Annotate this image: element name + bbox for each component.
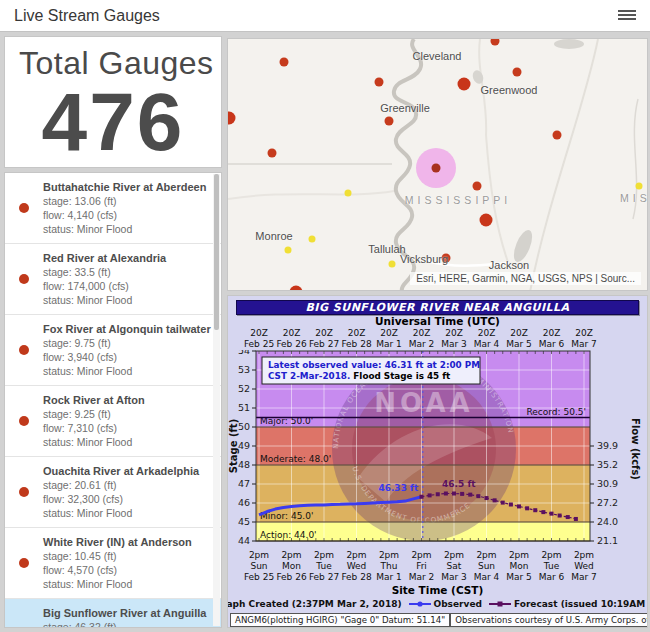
bottom-axis-dates: Feb 25Feb 26Feb 27Feb 28Mar 1Mar 2Mar 3M… (228, 572, 647, 583)
svg-text:44: 44 (238, 535, 250, 546)
gauge-status-dot (5, 393, 43, 449)
map-gauge-dot[interactable] (389, 261, 396, 268)
svg-text:27.2: 27.2 (597, 497, 618, 508)
map-attribution: Esri, HERE, Garmin, NGA, USGS, NPS | Sou… (410, 272, 641, 285)
gauge-name: Red River at Alexandria (43, 251, 166, 265)
gauge-status-dot (5, 606, 43, 628)
gauge-list-item[interactable]: Big Sunflower River at Anguilla stage: 4… (5, 599, 221, 628)
app-header: Live Stream Gauges (0, 0, 650, 32)
svg-text:21.1: 21.1 (597, 535, 618, 546)
map-gauge-dot[interactable] (280, 58, 289, 67)
map-gauge-dot[interactable] (268, 149, 277, 158)
gauge-name: Ouachita River at Arkadelphia (43, 464, 199, 478)
chart-legend: Graph Created (2:37PM Mar 2, 2018)Observ… (228, 597, 647, 610)
svg-text:51: 51 (238, 402, 250, 413)
gauge-name: Rock River at Afton (43, 393, 145, 407)
map-state-label: MISSISSIPPI (405, 194, 511, 206)
hydrograph-title: BIG SUNFLOWER RIVER NEAR ANGUILLA (237, 301, 638, 315)
gauge-name: Fox River at Algonquin tailwater (43, 322, 211, 336)
gauge-status-dot (5, 251, 43, 307)
svg-text:54: 54 (238, 350, 250, 356)
gauge-list-item[interactable]: Fox River at Algonquin tailwater stage: … (5, 315, 221, 386)
gauge-status: status: Minor Flood (43, 293, 166, 307)
svg-text:35.2: 35.2 (597, 459, 618, 470)
svg-text:CST 2-Mar-2018. Flood Stage is: CST 2-Mar-2018. Flood Stage is 45 ft (268, 371, 450, 381)
record-label: Record: 50.5' (526, 407, 586, 417)
map-panel[interactable]: ClevelandGreenwoodGreenvilleMonroeTallul… (227, 38, 648, 291)
svg-text:48: 48 (238, 459, 250, 470)
map-gauge-dot[interactable] (309, 236, 316, 243)
gauge-status-dot (5, 180, 43, 236)
gauge-list-item[interactable]: Ouachita River at Arkadelphia stage: 20.… (5, 457, 221, 528)
gauge-status-dot (5, 535, 43, 591)
map-gauge-dot[interactable] (473, 182, 482, 191)
map-gauge-dot[interactable] (385, 117, 394, 126)
map-gauge-dot[interactable] (345, 190, 352, 197)
svg-text:47: 47 (238, 478, 250, 489)
gauge-flow: flow: 4,570 (cfs) (43, 563, 192, 577)
map-city-label: Monroe (255, 230, 292, 242)
top-axis-dates: Feb 25Feb 26Feb 27Feb 28Mar 1Mar 2Mar 3M… (228, 339, 647, 350)
app-title: Live Stream Gauges (14, 7, 160, 25)
hydrograph-panel: BIG SUNFLOWER RIVER NEAR ANGUILLA Univer… (227, 295, 648, 628)
gauge-list-item[interactable]: Rock River at Afton stage: 9.25 (ft) flo… (5, 386, 221, 457)
gauge-flow: flow: 32,300 (cfs) (43, 492, 199, 506)
total-gauges-panel: Total Gauges 476 (4, 36, 222, 168)
gauge-list: Buttahatchie River at Aberdeen stage: 13… (5, 173, 221, 628)
gauge-status: status: Minor Flood (43, 435, 145, 449)
site-time-axis-title: Site Time (CST) (228, 583, 647, 597)
gauge-list-item[interactable]: White River (IN) at Anderson stage: 10.4… (5, 528, 221, 599)
flow-axis-label: Flow (kcfs) (630, 418, 641, 480)
map-gauge-dot[interactable] (480, 214, 493, 227)
bottom-axis-days: SunMonTueWedThuFriSatSunMonTueWed (228, 561, 647, 572)
hamburger-menu-icon[interactable] (618, 8, 636, 23)
gauge-name: White River (IN) at Anderson (43, 535, 192, 549)
gauge-status: status: Minor Flood (43, 364, 211, 378)
list-scrollbar-thumb[interactable] (214, 174, 219, 330)
map-state-label: MISSISS (620, 192, 648, 204)
gauge-flow: flow: 174,000 (cfs) (43, 279, 166, 293)
gauge-status: status: Minor Flood (43, 222, 206, 236)
map-gauge-dot[interactable] (636, 183, 643, 190)
stage-axis-label: Stage (ft) (228, 419, 239, 473)
gauge-status: status: Minor Flood (43, 506, 199, 520)
gauge-list-item[interactable]: Red River at Alexandria stage: 33.5 (ft)… (5, 244, 221, 315)
gauge-flow: flow: 7,310 (cfs) (43, 421, 145, 435)
gauge-stage: stage: 13.06 (ft) (43, 194, 206, 208)
gauge-list-panel: Buttahatchie River at Aberdeen stage: 13… (4, 172, 222, 628)
map-gauge-dot[interactable] (553, 131, 562, 140)
bottom-axis-times: 2pm2pm2pm2pm2pm2pm2pm2pm2pm2pm2pm (228, 550, 647, 561)
map-gauge-dot[interactable] (285, 247, 292, 254)
hydrograph-plot: NOAANATIONAL OCEANIC AND ATMOSPHERIC ADM… (228, 350, 648, 546)
gauge-flow: flow: 4,140 (cfs) (43, 208, 206, 222)
svg-text:45: 45 (238, 516, 250, 527)
svg-text:39.9: 39.9 (597, 440, 618, 451)
gauge-list-item[interactable]: Buttahatchie River at Aberdeen stage: 13… (5, 173, 221, 244)
selected-gauge-dot[interactable] (432, 164, 441, 173)
list-scrollbar[interactable] (213, 174, 220, 626)
svg-text:24.0: 24.0 (597, 516, 618, 527)
map-gauge-dot[interactable] (375, 78, 384, 87)
gauge-flow: flow: 3,940 (cfs) (43, 350, 211, 364)
zone-label-action: Action: 44.0' (260, 530, 317, 540)
svg-text:52: 52 (238, 383, 250, 394)
hydrograph-title-bar: BIG SUNFLOWER RIVER NEAR ANGUILLA (236, 300, 639, 315)
gauge-status-dot (5, 322, 43, 378)
gauge-status-dot (5, 464, 43, 520)
map-gauge-dot[interactable] (513, 68, 522, 77)
svg-text:49: 49 (238, 440, 250, 451)
svg-text:53: 53 (238, 364, 250, 375)
total-gauges-value: 476 (5, 82, 221, 162)
map-gauge-dot[interactable] (458, 78, 471, 91)
legend-item: Forecast (issued 10:19AM Mar 2) (489, 599, 648, 609)
map-city-label: Greenwood (481, 84, 538, 96)
svg-text:50: 50 (238, 421, 250, 432)
svg-text:30.9: 30.9 (597, 478, 618, 489)
gauge-status: status: Minor Flood (43, 577, 192, 591)
map-city-label: Greenville (380, 102, 430, 114)
map-city-label: Jackson (489, 259, 529, 271)
svg-text:46: 46 (238, 497, 250, 508)
legend-item: Observed (409, 599, 482, 609)
gauge-stage: stage: 33.5 (ft) (43, 265, 166, 279)
gauge-stage: stage: 9.25 (ft) (43, 407, 145, 421)
